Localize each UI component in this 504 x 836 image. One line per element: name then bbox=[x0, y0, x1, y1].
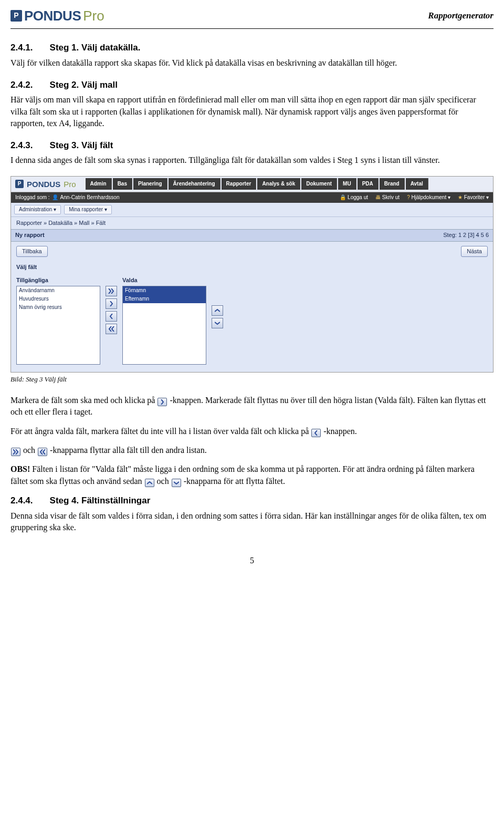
section-2-4-2: 2.4.2.Steg 2. Välj mall Här väljs om man… bbox=[10, 79, 494, 130]
page-header: P PONDUS Pro Rapportgenerator bbox=[10, 0, 494, 28]
move-down-icon bbox=[172, 479, 181, 487]
heading-2-4-2: 2.4.2.Steg 2. Välj mall bbox=[10, 79, 494, 91]
obs-label: OBS! bbox=[10, 465, 30, 473]
logo-suffix: Pro bbox=[83, 6, 104, 25]
user-icon: 👤 bbox=[52, 194, 58, 201]
main-menu: Admin Bas Planering Ärendehantering Rapp… bbox=[86, 178, 489, 190]
heading-num: 2.4.1. bbox=[10, 43, 33, 53]
step-indicator: Steg: 1 2 [3] 4 5 6 bbox=[443, 231, 489, 239]
menu-item[interactable]: Dokument bbox=[301, 178, 337, 190]
print-link[interactable]: 🖶 Skriv ut bbox=[375, 194, 400, 201]
section-title: Välj fält bbox=[16, 263, 488, 271]
logo-icon: P bbox=[10, 10, 22, 22]
logo-text: PONDUS bbox=[24, 6, 81, 25]
move-left-button[interactable] bbox=[106, 311, 117, 322]
logout-link[interactable]: 🔒 Logga ut bbox=[340, 194, 368, 201]
heading-num: 2.4.2. bbox=[10, 80, 33, 90]
page-number: 5 bbox=[10, 555, 494, 566]
para-2-4-3: I denna sida anges de fält som ska synas… bbox=[10, 154, 494, 166]
move-all-left-icon bbox=[38, 448, 47, 456]
section-2-4-4: 2.4.4.Steg 4. Fältinställningar Denna si… bbox=[10, 494, 494, 534]
move-right-button[interactable] bbox=[106, 298, 117, 309]
next-button[interactable]: Nästa bbox=[461, 246, 488, 257]
favorites-link[interactable]: ★ Favoriter ▾ bbox=[458, 194, 489, 201]
figure-caption: Bild: Steg 3 Välj fält bbox=[10, 375, 494, 384]
tab-mina-rapporter[interactable]: Mina rapporter ▾ bbox=[64, 205, 112, 214]
para-2-4-2: Här väljs om man vill skapa en rapport u… bbox=[10, 94, 494, 129]
move-all-right-button[interactable] bbox=[106, 286, 117, 296]
move-up-button[interactable] bbox=[212, 305, 223, 316]
selected-column: Valda Förnamn Efternamn bbox=[122, 276, 206, 364]
heading-num: 2.4.4. bbox=[10, 496, 33, 505]
breadcrumb: Rapporter » Datakälla » Mall » Fält bbox=[11, 217, 493, 229]
doc-title: Rapportgenerator bbox=[428, 9, 494, 22]
list-item[interactable]: Namn övrig resurs bbox=[17, 303, 100, 312]
selected-listbox[interactable]: Förnamn Efternamn bbox=[122, 286, 206, 365]
heading-title: Steg 4. Fältinställningar bbox=[50, 496, 151, 505]
app-screenshot: P PONDUS Pro Admin Bas Planering Ärendeh… bbox=[10, 176, 494, 373]
logo: P PONDUS Pro bbox=[10, 6, 104, 25]
header-rule bbox=[10, 28, 494, 29]
list-item[interactable]: Efternamn bbox=[123, 295, 206, 303]
move-buttons bbox=[106, 286, 117, 334]
available-label: Tillgängliga bbox=[16, 276, 100, 284]
section-2-4-3: 2.4.3.Steg 3. Välj fält I denna sida ang… bbox=[10, 139, 494, 167]
login-label: Inloggad som : bbox=[15, 194, 50, 201]
menu-item[interactable]: Bas bbox=[113, 178, 132, 190]
menu-item[interactable]: MU bbox=[338, 178, 356, 190]
heading-2-4-4: 2.4.4.Steg 4. Fältinställningar bbox=[10, 494, 494, 507]
selected-label: Valda bbox=[122, 276, 206, 284]
menu-item[interactable]: Admin bbox=[86, 178, 112, 190]
list-item[interactable]: Förnamn bbox=[123, 286, 206, 295]
username: Ann-Catrin Bernhardsson bbox=[60, 194, 120, 201]
help-link[interactable]: ? Hjälpdokument ▾ bbox=[407, 194, 450, 201]
tab-bar: Administration ▾ Mina rapporter ▾ bbox=[11, 203, 493, 217]
move-all-left-button[interactable] bbox=[106, 324, 117, 334]
app-logo-text: PONDUS bbox=[27, 179, 60, 190]
para-mark-add: Markera de fält som ska med och klicka p… bbox=[10, 395, 494, 418]
app-body: Tillbaka Nästa Välj fält Tillgängliga An… bbox=[11, 242, 493, 372]
available-column: Tillgängliga Användarnamn Huvudresurs Na… bbox=[16, 276, 100, 364]
move-left-icon bbox=[311, 429, 321, 437]
heading-title: Steg 3. Välj fält bbox=[50, 140, 113, 150]
heading-2-4-3: 2.4.3.Steg 3. Välj fält bbox=[10, 139, 494, 152]
para-move-all: och -knapparna flyttar alla fält till de… bbox=[10, 445, 494, 456]
heading-num: 2.4.3. bbox=[10, 140, 33, 150]
move-down-button[interactable] bbox=[212, 318, 223, 328]
heading-2-4-1: 2.4.1.Steg 1. Välj datakälla. bbox=[10, 42, 494, 54]
back-button[interactable]: Tillbaka bbox=[16, 246, 48, 257]
para-obs: OBS! Fälten i listan för "Valda fält" må… bbox=[10, 463, 494, 487]
heading-title: Steg 1. Välj datakälla. bbox=[50, 43, 141, 53]
app-topbar: P PONDUS Pro Admin Bas Planering Ärendeh… bbox=[11, 177, 493, 192]
menu-item[interactable]: Analys & sök bbox=[257, 178, 300, 190]
menu-item[interactable]: Planering bbox=[133, 178, 167, 190]
menu-item[interactable]: Ärendehantering bbox=[169, 178, 220, 190]
para-2-4-1: Välj för vilken datakälla rapport ska sk… bbox=[10, 57, 494, 69]
heading-title: Steg 2. Välj mall bbox=[50, 80, 118, 90]
tab-administration[interactable]: Administration ▾ bbox=[14, 205, 61, 214]
reorder-buttons bbox=[212, 305, 223, 328]
menu-item[interactable]: Avtal bbox=[406, 178, 428, 190]
report-title: Ny rapport bbox=[15, 231, 45, 239]
list-item[interactable]: Användarnamn bbox=[17, 286, 100, 295]
menu-item[interactable]: Brand bbox=[380, 178, 405, 190]
app-logo-icon: P bbox=[15, 180, 24, 188]
move-right-icon bbox=[158, 398, 167, 406]
user-bar: Inloggad som : 👤 Ann-Catrin Bernhardsson… bbox=[11, 192, 493, 203]
menu-item[interactable]: PDA bbox=[358, 178, 379, 190]
move-up-icon bbox=[145, 479, 154, 487]
para-2-4-4: Denna sida visar de fält som valdes i fö… bbox=[10, 510, 494, 534]
list-item[interactable]: Huvudresurs bbox=[17, 295, 100, 303]
section-2-4-1: 2.4.1.Steg 1. Välj datakälla. Välj för v… bbox=[10, 42, 494, 69]
move-all-right-icon bbox=[11, 448, 20, 456]
report-title-row: Ny rapport Steg: 1 2 [3] 4 5 6 bbox=[11, 229, 493, 241]
menu-item[interactable]: Rapporter bbox=[222, 178, 257, 190]
app-logo-suffix: Pro bbox=[64, 179, 76, 190]
para-undo: För att ångra valda fält, markera fältet… bbox=[10, 426, 494, 437]
available-listbox[interactable]: Användarnamn Huvudresurs Namn övrig resu… bbox=[16, 286, 100, 365]
